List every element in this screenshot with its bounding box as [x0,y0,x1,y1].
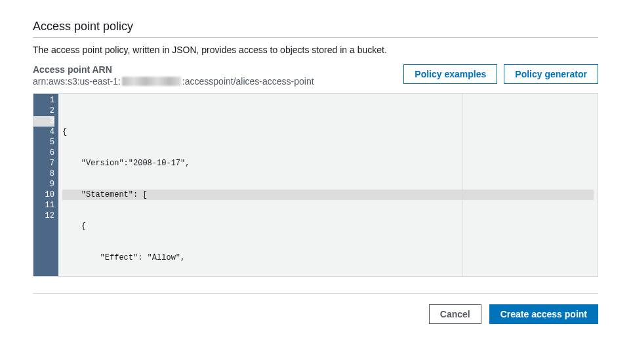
arn-row: Access point ARN arn:aws:s3:us-east-1: :… [33,64,598,87]
policy-generator-button[interactable]: Policy generator [504,64,598,84]
arn-value: arn:aws:s3:us-east-1: :accesspoint/alice… [33,76,314,87]
policy-examples-button[interactable]: Policy examples [403,64,497,84]
arn-block: Access point ARN arn:aws:s3:us-east-1: :… [33,64,314,87]
line-number: 6 [33,148,54,158]
line-number: 7 [33,158,54,169]
line-number: 4 [33,127,54,137]
print-margin [462,94,462,276]
line-number: 11 [33,200,54,211]
line-number: 2 [33,106,54,116]
code-line: "Effect": "Allow", [62,253,594,263]
code-line: "Version":"2008-10-17", [62,158,594,169]
code-line: { [62,127,594,137]
arn-suffix: :accesspoint/alices-access-point [182,76,314,87]
cancel-button[interactable]: Cancel [429,304,481,324]
line-number: 3 [33,116,54,127]
section-title: Access point policy [33,20,598,37]
line-number: 9 [33,179,54,190]
code-line: { [62,221,594,232]
policy-editor[interactable]: 1 2 3 4 5 6 7 8 9 10 11 12 { "Version":"… [33,93,598,277]
section-description: The access point policy, written in JSON… [33,45,598,55]
line-number: 5 [33,137,54,148]
footer-divider [33,293,598,294]
arn-label: Access point ARN [33,64,314,75]
redacted-account-id [122,77,181,86]
footer-buttons: Cancel Create access point [33,304,598,324]
line-number: 1 [33,95,54,106]
code-area[interactable]: { "Version":"2008-10-17", "Statement": [… [58,94,598,276]
arn-prefix: arn:aws:s3:us-east-1: [33,76,121,87]
section-divider [33,37,598,38]
code-line-active: "Statement": [ [62,190,594,200]
create-access-point-button[interactable]: Create access point [489,304,598,324]
line-number: 12 [33,211,54,221]
line-number: 8 [33,169,54,179]
line-gutter: 1 2 3 4 5 6 7 8 9 10 11 12 [33,94,58,276]
line-number: 10 [33,190,54,200]
policy-buttons: Policy examples Policy generator [403,64,598,84]
